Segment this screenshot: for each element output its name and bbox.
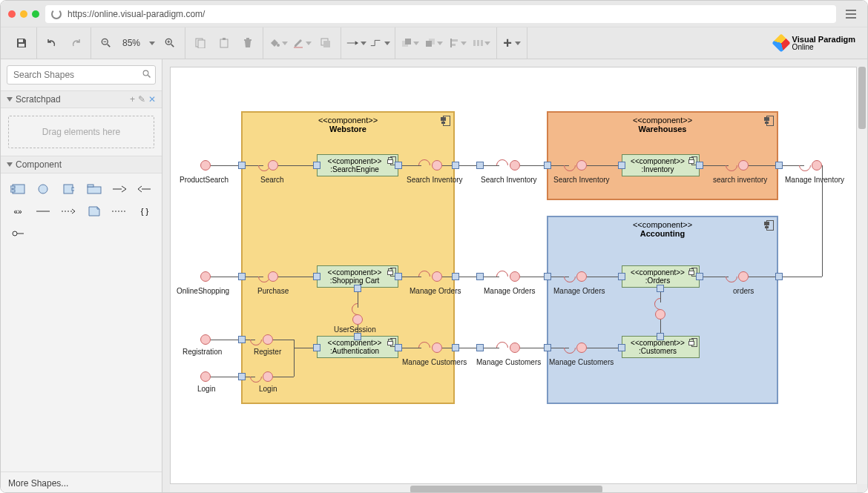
svg-rect-23 bbox=[452, 39, 458, 42]
svg-rect-31 bbox=[10, 186, 15, 188]
canvas-area: <<component>>Webstore <<component>>Wareh… bbox=[162, 59, 867, 493]
to-back-button[interactable] bbox=[424, 33, 444, 53]
url-text: https://online.visual-paradigm.com/ bbox=[68, 9, 205, 19]
svg-rect-14 bbox=[294, 47, 303, 48]
shape-dependency[interactable] bbox=[59, 203, 78, 219]
paste-button[interactable] bbox=[214, 33, 234, 53]
svg-rect-25 bbox=[473, 40, 476, 46]
to-front-button[interactable] bbox=[400, 33, 421, 53]
vertical-scrollbar[interactable] bbox=[857, 67, 867, 484]
zoom-percent: 85% bbox=[119, 38, 143, 48]
svg-point-13 bbox=[277, 44, 280, 47]
distribute-button[interactable] bbox=[471, 33, 492, 53]
component-inventory[interactable]: <<component>>:Inventory bbox=[622, 154, 700, 176]
sidebar: Scratchpad + ✎ ✕ Drag elements here Comp… bbox=[1, 59, 162, 493]
svg-rect-1 bbox=[19, 44, 24, 47]
brand-logo-area[interactable]: Visual ParadigmOnline bbox=[775, 36, 861, 51]
scratchpad-close-icon[interactable]: ✕ bbox=[148, 94, 156, 105]
more-shapes-button[interactable]: More Shapes... bbox=[1, 472, 162, 493]
svg-rect-24 bbox=[452, 44, 456, 46]
svg-rect-35 bbox=[72, 188, 74, 191]
component-search-engine[interactable]: <<component>>:SearchEngine bbox=[317, 154, 398, 176]
svg-rect-27 bbox=[481, 40, 483, 46]
shape-interface-ball[interactable] bbox=[33, 181, 53, 197]
vp-logo-icon bbox=[772, 33, 790, 52]
svg-rect-16 bbox=[323, 41, 330, 47]
waypoint-style-button[interactable] bbox=[369, 33, 390, 53]
svg-point-33 bbox=[39, 185, 47, 193]
browser-menu-icon[interactable] bbox=[842, 5, 860, 23]
url-bar[interactable]: https://online.visual-paradigm.com/ bbox=[45, 5, 836, 23]
component-icon bbox=[765, 116, 774, 126]
svg-point-43 bbox=[13, 231, 17, 236]
shape-required[interactable] bbox=[135, 181, 154, 197]
svg-rect-32 bbox=[10, 190, 15, 192]
redo-button[interactable] bbox=[65, 33, 86, 53]
shape-component-box[interactable] bbox=[8, 181, 27, 197]
shape-port[interactable] bbox=[59, 181, 78, 197]
window-controls[interactable] bbox=[8, 10, 39, 18]
search-icon bbox=[142, 70, 151, 79]
search-shapes-input[interactable] bbox=[7, 65, 156, 85]
svg-line-3 bbox=[108, 44, 111, 47]
zoom-in-button[interactable] bbox=[160, 33, 180, 53]
shape-stereotype[interactable]: «» bbox=[8, 203, 27, 219]
horizontal-scrollbar[interactable] bbox=[170, 484, 857, 493]
svg-rect-0 bbox=[19, 39, 23, 42]
svg-rect-9 bbox=[196, 39, 203, 47]
app-toolbar: 85% + Visual ParadigmOn bbox=[1, 27, 867, 59]
connector-style-button[interactable] bbox=[346, 33, 366, 53]
delete-button[interactable] bbox=[237, 33, 258, 53]
shape-provided[interactable] bbox=[110, 181, 129, 197]
component-icon bbox=[441, 116, 450, 126]
svg-rect-15 bbox=[321, 39, 328, 45]
copy-button[interactable] bbox=[190, 33, 211, 53]
svg-rect-12 bbox=[223, 38, 226, 40]
zoom-dropdown[interactable] bbox=[146, 33, 157, 53]
shape-line[interactable] bbox=[33, 203, 53, 219]
line-color-button[interactable] bbox=[292, 33, 312, 53]
scratchpad-add-icon[interactable]: + bbox=[130, 94, 135, 105]
svg-rect-20 bbox=[429, 39, 435, 44]
shape-constraint[interactable]: { } bbox=[135, 203, 154, 219]
shape-lollipop[interactable] bbox=[8, 225, 27, 242]
svg-point-28 bbox=[143, 70, 148, 76]
scratchpad-drop-zone[interactable]: Drag elements here bbox=[8, 116, 154, 148]
svg-rect-11 bbox=[220, 39, 228, 47]
shape-package[interactable] bbox=[84, 181, 103, 197]
svg-rect-34 bbox=[64, 185, 73, 193]
svg-rect-36 bbox=[88, 187, 101, 193]
shadow-button[interactable] bbox=[315, 33, 336, 53]
svg-rect-10 bbox=[198, 40, 205, 48]
svg-rect-37 bbox=[88, 185, 93, 187]
shape-palette: «» { } bbox=[1, 173, 162, 249]
svg-rect-18 bbox=[402, 41, 408, 47]
shape-dash[interactable] bbox=[110, 203, 129, 219]
svg-rect-22 bbox=[450, 39, 452, 47]
svg-rect-26 bbox=[477, 40, 479, 46]
browser-chrome: https://online.visual-paradigm.com/ bbox=[1, 1, 867, 27]
component-panel-header[interactable]: Component bbox=[1, 156, 162, 173]
component-icon bbox=[765, 220, 774, 231]
align-button[interactable] bbox=[447, 33, 468, 53]
reload-icon[interactable] bbox=[51, 9, 62, 19]
app-toolbar-zone: 85% + Visual ParadigmOn bbox=[1, 27, 867, 59]
svg-line-29 bbox=[148, 76, 151, 78]
svg-rect-19 bbox=[405, 39, 411, 44]
scratchpad-edit-icon[interactable]: ✎ bbox=[138, 94, 145, 105]
zoom-out-button[interactable] bbox=[96, 33, 116, 53]
undo-button[interactable] bbox=[42, 33, 62, 53]
shape-note[interactable] bbox=[84, 203, 103, 219]
diagram-canvas[interactable]: <<component>>Webstore <<component>>Wareh… bbox=[170, 67, 857, 484]
fill-color-button[interactable] bbox=[268, 33, 289, 53]
save-button[interactable] bbox=[11, 33, 32, 53]
svg-line-6 bbox=[171, 44, 174, 47]
scratchpad-panel-header[interactable]: Scratchpad + ✎ ✕ bbox=[1, 91, 162, 108]
add-button[interactable]: + bbox=[502, 33, 522, 53]
svg-rect-21 bbox=[426, 41, 432, 47]
